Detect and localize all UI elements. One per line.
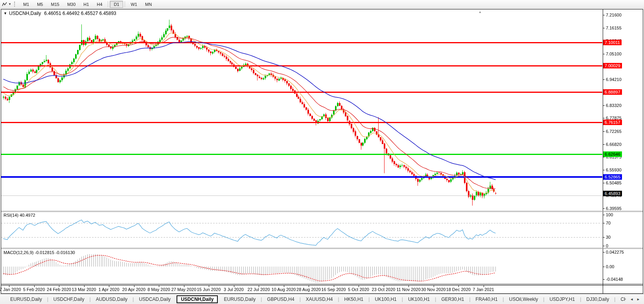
symbol-tab-xauusd-h4[interactable]: XAUUSD,H4: [301, 297, 338, 302]
symbol-tab-usdcad-daily[interactable]: USDCAD,Daily: [134, 297, 175, 302]
symbol-tab-uk100-h1[interactable]: UK100,H1: [370, 297, 401, 302]
timeframe-button-mn[interactable]: MN: [141, 1, 156, 8]
timeframe-button-m1[interactable]: M1: [19, 1, 33, 8]
symbol-tab-ger30-h1[interactable]: GER30,H1: [436, 297, 469, 302]
symbol-tab-dj30-daily[interactable]: DJ30,Daily: [581, 297, 614, 302]
symbol-tab-eurusd-daily[interactable]: EURUSD,Daily: [219, 297, 260, 302]
chart-canvas[interactable]: [0, 0, 644, 304]
chart-line-icon[interactable]: ▼: [1, 1, 13, 8]
tab-scroll-arrows: ◄ ►: [626, 294, 644, 304]
timeframe-button-m5[interactable]: M5: [33, 1, 47, 8]
symbol-tab-fra40-h1[interactable]: FRA40,H1: [471, 297, 502, 302]
symbol-tab-usdchf-daily[interactable]: USDCHF,Daily: [49, 297, 89, 302]
timeframe-button-h4[interactable]: H4: [93, 1, 106, 8]
timeframe-button-d1[interactable]: D1: [110, 1, 123, 8]
toolbar-separator: [125, 1, 125, 7]
symbol-tab-usoil-weekly[interactable]: USOil,Weekly: [504, 297, 543, 302]
toolbar-separator: [108, 1, 108, 7]
symbol-tab-hk50-h1[interactable]: HK50,H1: [340, 297, 368, 302]
mt4-window: { "toolbar": { "tool_icon": "chart-line-…: [0, 0, 644, 304]
tab-scroll-left-icon[interactable]: ◄: [628, 297, 635, 301]
timeframe-button-m15[interactable]: M15: [47, 1, 63, 8]
timeframe-toolbar: ▼ M1M5M15M30H1H4D1W1MN: [0, 0, 644, 9]
symbol-tab-usdcnh-daily[interactable]: USDCNH,Daily: [177, 295, 218, 303]
timeframe-button-m30[interactable]: M30: [63, 1, 79, 8]
symbol-tab-uk100-h1[interactable]: UK100,H1: [403, 297, 434, 302]
chevron-down-icon[interactable]: ▼: [8, 2, 11, 6]
toolbar-drag-handle[interactable]: [14, 2, 17, 7]
symbol-tab-usdjpy-h1[interactable]: USDJPY,H1: [545, 297, 580, 302]
symbol-tab-audusd-daily[interactable]: AUDUSD,Daily: [91, 297, 132, 302]
symbol-tab-eurusd-daily[interactable]: EURUSD,Daily: [6, 297, 47, 302]
timeframe-button-w1[interactable]: W1: [127, 1, 141, 8]
timeframe-buttons: M1M5M15M30H1H4D1W1MN: [19, 1, 156, 8]
timeframe-button-h1[interactable]: H1: [79, 1, 93, 8]
symbol-tab-gbpusd-h4[interactable]: GBPUSD,H4: [262, 297, 299, 302]
tab-scroll-right-icon[interactable]: ►: [635, 297, 642, 301]
symbol-tab-bar: EURUSD,Daily|USDCHF,Daily|AUDUSD,Daily|U…: [0, 294, 644, 304]
